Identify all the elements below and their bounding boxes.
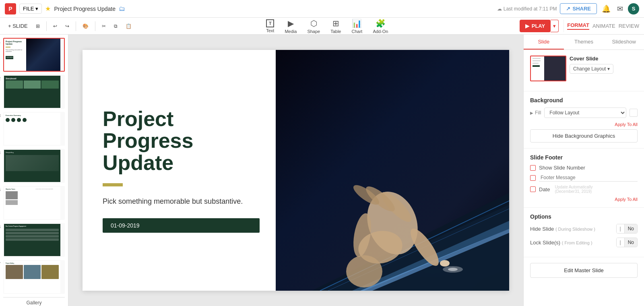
slide-preview-1: Project Progress Update Pick something m…: [4, 39, 60, 71]
save-status: ☁ Last modified at 7:11 PM: [497, 6, 557, 12]
footer-message-checkbox[interactable]: [530, 175, 536, 181]
insert-shape-button[interactable]: ⬡ Shape: [302, 17, 325, 35]
show-slide-number-checkbox[interactable]: [530, 165, 536, 171]
apply-to-all-link[interactable]: Apply To All: [530, 122, 638, 127]
lock-slide-toggle-on[interactable]: |: [617, 238, 625, 247]
slide-thumb-4[interactable]: 4 Storytelling: [3, 149, 65, 183]
slide-preview-5: Objective Teams Lorem ipsum dolor sit am…: [4, 187, 60, 219]
user-avatar[interactable]: S: [628, 3, 639, 14]
right-panel-tabs: Slide Themes Slideshow: [524, 35, 644, 50]
fill-type-select[interactable]: Follow Layout Solid Gradient Image: [544, 108, 626, 118]
date-row: Date Update Automatically(December31, 20…: [530, 185, 638, 194]
slide-number-7: 7: [0, 262, 1, 266]
lock-slide-toggle-no[interactable]: No: [625, 238, 637, 247]
insert-media-label: Media: [285, 29, 297, 34]
show-slide-number-row: Show Slide Number: [530, 165, 638, 171]
favorite-icon[interactable]: ★: [45, 5, 51, 12]
hide-background-graphics-button[interactable]: Hide Background Graphics: [530, 129, 638, 143]
layout-button[interactable]: ⊞: [33, 22, 43, 31]
slide-thumb-6[interactable]: 6 Run Content Progress Engagement: [3, 223, 65, 257]
slide-content-left: Project Progress Update Pick something m…: [83, 50, 280, 291]
play-dropdown-button[interactable]: ▾: [551, 20, 559, 32]
hide-slide-toggle: | No: [616, 224, 638, 234]
file-menu-button[interactable]: FILE ▾: [19, 4, 42, 14]
folder-icon[interactable]: 🗂: [119, 5, 125, 12]
slide-thumb-3[interactable]: 3 Executive Summary: [3, 112, 65, 146]
insert-addon-button[interactable]: 🧩 Add-On: [368, 17, 393, 35]
slide-date-badge: 01-09-2019: [103, 218, 260, 233]
redo-button[interactable]: ↪: [62, 22, 72, 31]
slide-subtitle: Pick something memorable but substantive…: [103, 196, 260, 207]
play-button[interactable]: ▶ PLAY: [520, 20, 551, 32]
copy-button[interactable]: ⧉: [111, 22, 121, 31]
show-slide-number-label: Show Slide Number: [539, 165, 585, 171]
hide-slide-toggle-no[interactable]: No: [625, 224, 637, 233]
document-title[interactable]: Project Progress Update: [54, 6, 116, 12]
insert-chart-button[interactable]: 📊 Chart: [347, 17, 367, 35]
toolbar: + SLIDE ⊞ ↩ ↪ 🎨 ✂ ⧉ 📋 T Text ▶ Media ⬡ S…: [0, 18, 644, 35]
edit-master-slide-button[interactable]: Edit Master Slide: [530, 263, 638, 278]
file-label: FILE: [23, 6, 34, 12]
insert-media-button[interactable]: ▶ Media: [280, 17, 301, 35]
hide-slide-sub: ( During Slideshow ): [555, 227, 595, 232]
slide-preview-2: Storyboard: [4, 76, 60, 108]
tab-slide[interactable]: Slide: [524, 35, 564, 50]
insert-addon-label: Add-On: [373, 29, 388, 34]
hide-slide-label: Hide Slide ( During Slideshow ): [530, 226, 616, 232]
tablet-visual-svg: [276, 50, 509, 291]
notifications-button[interactable]: 🔔: [600, 3, 612, 15]
slide-panel: 1 Project Progress Update Pick something…: [0, 35, 68, 306]
tab-slideshow[interactable]: Slideshow: [604, 35, 644, 50]
date-value: Update Automatically(December31, 2019): [555, 185, 592, 194]
tab-themes[interactable]: Themes: [564, 35, 604, 50]
insert-text-button[interactable]: T Text: [261, 18, 279, 35]
animate-tab[interactable]: ANIMATE: [592, 23, 615, 29]
color-swatch[interactable]: [630, 109, 638, 117]
format-tab[interactable]: FORMAT: [567, 22, 589, 30]
lock-slide-row: Lock Slide(s) ( From Editing ) | No: [530, 238, 638, 247]
share-button[interactable]: ↗ SHARE: [560, 3, 597, 14]
slide-number-3: 3: [0, 114, 1, 118]
date-checkbox[interactable]: [530, 186, 536, 192]
slide-number-1: 1: [0, 39, 1, 44]
undo-button[interactable]: ↩: [50, 22, 60, 31]
slide-footer-title: Slide Footer: [530, 154, 638, 161]
apply-to-all-footer-link[interactable]: Apply To All: [530, 197, 638, 202]
fill-row: ▶ Fill Follow Layout Solid Gradient Imag…: [530, 108, 638, 118]
footer-message-input[interactable]: [539, 174, 638, 182]
slide-thumb-1[interactable]: 1 Project Progress Update Pick something…: [3, 38, 65, 72]
slide-canvas[interactable]: Project Progress Update Pick something m…: [83, 50, 509, 291]
slide-main-title: Project Progress Update: [103, 108, 260, 174]
insert-table-button[interactable]: ⊞ Table: [326, 17, 346, 35]
slide-preview-7: Project Gallery: [4, 261, 60, 293]
mail-button[interactable]: ✉: [615, 3, 625, 15]
layout-preview: Cover Slide Change Layout ▾: [530, 56, 638, 81]
play-icon: ▶: [525, 23, 529, 29]
layout-section: Cover Slide Change Layout ▾: [524, 50, 644, 91]
slide-accent-bar: [103, 183, 123, 186]
paint-format-button[interactable]: 🎨: [79, 22, 92, 31]
fill-triangle-icon: ▶: [530, 111, 533, 115]
layout-thumbnail: [530, 56, 566, 81]
slide-preview-4: Storytelling: [4, 150, 60, 182]
hide-slide-toggle-on[interactable]: |: [617, 224, 625, 233]
insert-text-label: Text: [266, 28, 274, 33]
slide-image-right: [276, 50, 509, 291]
add-slide-button[interactable]: + SLIDE: [5, 21, 31, 31]
change-layout-button[interactable]: Change Layout ▾: [570, 64, 613, 74]
options-title: Options: [530, 213, 638, 220]
paste-button[interactable]: 📋: [122, 22, 135, 31]
chevron-down-icon: ▾: [607, 66, 610, 72]
svg-point-18: [448, 268, 458, 271]
slide-preview-3: Executive Summary: [4, 113, 60, 145]
slide-thumb-2[interactable]: 2 Storyboard: [3, 75, 65, 109]
insert-tools: T Text ▶ Media ⬡ Shape ⊞ Table 📊 Chart 🧩…: [261, 17, 393, 35]
slide-thumb-7[interactable]: 7 Project Gallery: [3, 260, 65, 294]
right-panel: Slide Themes Slideshow Cover Slide: [523, 35, 644, 306]
chart-icon: 📊: [352, 19, 362, 28]
background-section: Background ▶ Fill Follow Layout Solid Gr…: [524, 91, 644, 149]
cut-button[interactable]: ✂: [99, 22, 109, 31]
review-tab[interactable]: REVIEW: [619, 23, 639, 29]
cloud-icon: ☁: [497, 6, 502, 12]
slide-thumb-5[interactable]: 5 Objective Teams Lorem ipsum dolor sit …: [3, 186, 65, 220]
